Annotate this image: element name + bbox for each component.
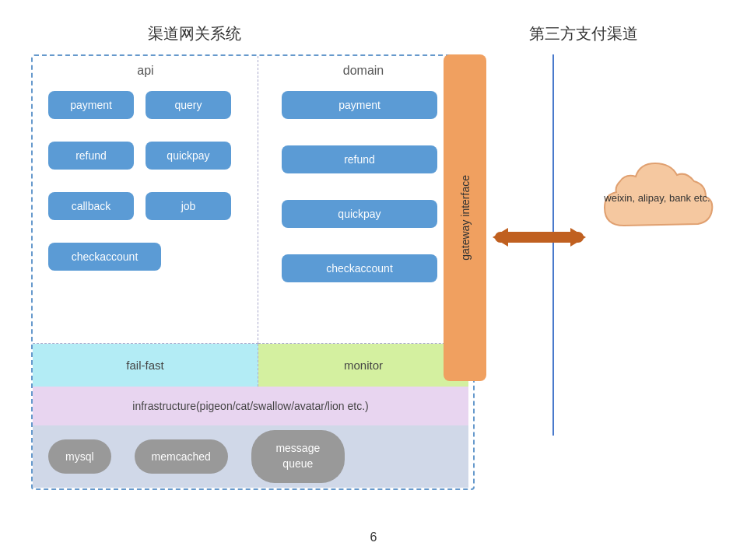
infra-section: infrastructure(pigeon/cat/swallow/avatar… bbox=[33, 387, 468, 425]
domain-quickpay-button: quickpay bbox=[282, 200, 437, 228]
api-payment-button: payment bbox=[48, 91, 134, 119]
api-quickpay-button: quickpay bbox=[146, 142, 231, 170]
api-query-button: query bbox=[146, 91, 231, 119]
api-callback-button: callback bbox=[48, 192, 134, 220]
api-label: api bbox=[33, 64, 258, 78]
page-number: 6 bbox=[370, 530, 377, 544]
domain-checkaccount-button: checkaccount bbox=[282, 254, 437, 282]
domain-refund-button: refund bbox=[282, 145, 437, 173]
page-container: 渠道网关系统 第三方支付渠道 api payment query refund … bbox=[0, 0, 747, 560]
api-checkaccount-button: checkaccount bbox=[48, 243, 161, 271]
svg-marker-4 bbox=[570, 228, 586, 247]
gateway-label: gateway interface bbox=[459, 175, 472, 261]
api-job-button: job bbox=[146, 192, 231, 220]
main-architecture-box: api payment query refund quickpay callba… bbox=[31, 54, 475, 490]
title-left: 渠道网关系统 bbox=[148, 23, 241, 44]
cloud-text: weixin, alipay, bank etc. bbox=[604, 191, 710, 206]
bidirectional-arrow bbox=[489, 222, 590, 253]
svg-marker-3 bbox=[493, 228, 508, 247]
domain-payment-button: payment bbox=[282, 91, 437, 119]
api-refund-button: refund bbox=[48, 142, 134, 170]
domain-section: domain payment refund quickpay checkacco… bbox=[258, 56, 468, 344]
message-queue-item: messagequeue bbox=[251, 430, 345, 482]
monitor-label: monitor bbox=[344, 359, 383, 372]
infra-label: infrastructure(pigeon/cat/swallow/avatar… bbox=[132, 400, 368, 412]
failfast-label: fail-fast bbox=[126, 359, 163, 372]
monitor-section: monitor bbox=[258, 344, 468, 387]
domain-label: domain bbox=[258, 64, 468, 78]
api-section: api payment query refund quickpay callba… bbox=[33, 56, 258, 344]
title-right: 第三方支付渠道 bbox=[529, 23, 638, 44]
memcached-item: memcached bbox=[135, 439, 228, 474]
cloud-shape: weixin, alipay, bank etc. bbox=[593, 152, 721, 245]
failfast-section: fail-fast bbox=[33, 344, 258, 387]
gateway-bar: gateway interface bbox=[444, 54, 486, 381]
storage-section: mysql memcached messagequeue bbox=[33, 425, 468, 488]
mysql-item: mysql bbox=[48, 439, 111, 474]
